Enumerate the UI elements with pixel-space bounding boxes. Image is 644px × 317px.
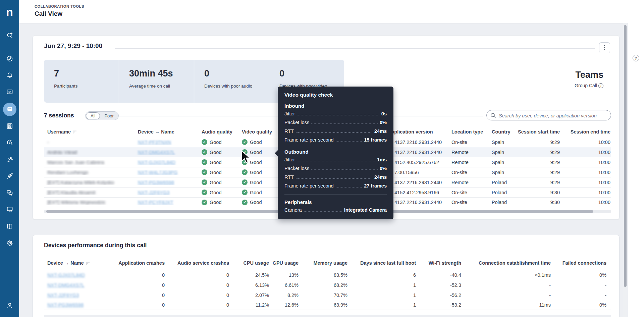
session-end: 10:00: [560, 190, 610, 195]
launch-rocket-icon[interactable]: [0, 172, 19, 180]
device-link[interactable]: NXT-PG3W6598: [47, 302, 84, 308]
device-link[interactable]: NXT-J2F6YG3: [47, 293, 79, 298]
breadcrumb: COLLABORATION TOOLS: [35, 4, 84, 8]
good-check-icon: ✓: [202, 190, 207, 195]
help-rail: ?: [628, 0, 644, 317]
nexthink-logo[interactable]: n: [0, 4, 19, 19]
conversations-icon[interactable]: [0, 189, 19, 197]
design-tools-icon[interactable]: [0, 206, 19, 213]
user-profile-icon[interactable]: [0, 302, 19, 309]
filter-all[interactable]: All: [86, 112, 100, 119]
country: Poland: [488, 190, 514, 195]
location-type: Remote: [448, 180, 488, 185]
device-link[interactable]: NXT-PF3TNXN: [138, 140, 171, 145]
automation-robot-arm-icon[interactable]: [0, 156, 19, 163]
horizontal-scrollbar[interactable]: [44, 315, 611, 317]
good-check-icon: ✓: [202, 179, 207, 185]
col-memory-usage[interactable]: Memory usage: [299, 260, 347, 266]
divider: [163, 246, 579, 246]
col-wifi-strength[interactable]: Wi-Fi strength: [416, 260, 461, 266]
vertical-scrollbar[interactable]: [623, 23, 627, 317]
col-country[interactable]: Country: [488, 129, 514, 135]
table-row[interactable]: NXT-PG3W6598 0 0 11.2% 12.6% 63.9% 1 -53…: [44, 300, 611, 310]
tooltip-title: Video quality check: [284, 92, 387, 98]
table-row[interactable]: NXT-J2F6YG3 0 0 2.07% 8.2% 70.7% 1 -56.2…: [44, 290, 611, 300]
good-check-icon: ✓: [242, 190, 248, 195]
location-type: Remote: [448, 160, 488, 165]
audio-quality-value: Good: [210, 170, 221, 175]
collaboration-experience-icon: [3, 103, 16, 116]
stat-participants: 7 Participants: [44, 60, 119, 103]
settings-gear-icon[interactable]: [0, 240, 19, 247]
col-cpu-usage[interactable]: CPU usage: [229, 260, 269, 266]
notifications-bell-icon[interactable]: [0, 72, 19, 79]
device-link[interactable]: NXT-W4L7JG3PG: [138, 170, 177, 175]
app-version: 4137.2216.2931.2440: [384, 150, 448, 155]
sidebar-item-collaboration-active[interactable]: [0, 103, 19, 116]
compass-icon[interactable]: [0, 55, 19, 62]
good-check-icon: ✓: [202, 149, 207, 155]
video-quality-value: Good: [250, 200, 262, 205]
device-link[interactable]: NXT-GJX07L84D: [138, 160, 175, 165]
ai-search-icon[interactable]: [0, 32, 19, 39]
info-icon[interactable]: i: [598, 83, 603, 88]
monitor-pulse-icon[interactable]: [0, 88, 19, 96]
good-check-icon: ✓: [242, 159, 248, 165]
platform-name: Teams: [575, 70, 603, 80]
col-days-since-boot[interactable]: Days since last full boot: [347, 260, 416, 266]
video-quality-value: Good: [250, 140, 262, 145]
col-failed-connections[interactable]: Failed connections: [551, 260, 606, 266]
table-row[interactable]: NXT-DMG4XS7L 0 0 6.13% 6.61% 68.2% 1 -52…: [44, 280, 611, 290]
search-input[interactable]: [498, 111, 608, 120]
country: Spain: [488, 170, 514, 175]
device-link[interactable]: NXT-PCYF8JXT: [138, 200, 173, 205]
sidebar: n: [0, 0, 19, 317]
device-link[interactable]: NXT-DMG4XS7L: [138, 150, 175, 155]
country: Poland: [488, 180, 514, 185]
library-book-icon[interactable]: [0, 223, 19, 230]
vertical-scrollbar-thumb[interactable]: [624, 25, 627, 287]
session-start: 9:29: [514, 180, 560, 185]
audio-quality-value: Good: [210, 160, 221, 165]
col-video-quality[interactable]: Video quality: [238, 129, 279, 135]
col-username[interactable]: Username: [44, 129, 135, 135]
col-gpu-usage[interactable]: GPU usage: [269, 260, 299, 266]
col-session-end[interactable]: Session end time: [560, 129, 610, 135]
tooltip-divider: [284, 194, 387, 195]
audio-quality-value: Good: [210, 180, 221, 185]
location-type: On-site: [448, 200, 488, 205]
username: [EXT] Wiktoria Wojewodzic: [47, 200, 106, 205]
audio-quality-value: Good: [210, 140, 221, 145]
stat-poor-audio: 0 Devices with poor audio: [194, 60, 269, 103]
username: Marcos San Juan Cabrera: [47, 160, 104, 165]
video-quality-tooltip: Video quality check Inbound Jitter0s Pac…: [278, 87, 393, 219]
col-connection-time[interactable]: Connection establishment time: [461, 260, 551, 266]
col-location-type[interactable]: Location type: [448, 129, 488, 135]
session-end: 10:00: [560, 160, 610, 165]
col-audio-quality[interactable]: Audio quality: [198, 129, 238, 135]
good-check-icon: ✓: [242, 200, 248, 205]
search-icon: [490, 113, 496, 118]
country: Spain: [488, 140, 514, 145]
username: Rendani Luvhengo: [47, 170, 88, 175]
filter-poor[interactable]: Poor: [100, 113, 118, 119]
device-link[interactable]: NXT-PG3W6598: [138, 180, 174, 185]
device-link[interactable]: NXT-J2F6YG3: [138, 190, 169, 195]
investigate-fingerprint-icon[interactable]: [0, 139, 19, 146]
col-device[interactable]: Device → Name: [135, 129, 198, 135]
col-device-name[interactable]: Device → Name: [44, 260, 118, 266]
help-icon[interactable]: ?: [633, 55, 639, 61]
app-version: 4152.405.2925.6762: [384, 160, 448, 165]
tooltip-section-inbound: Inbound: [284, 103, 387, 109]
col-audio-service-crashes[interactable]: Audio service crashes: [165, 260, 229, 266]
session-start: 9:29: [514, 150, 560, 155]
device-link[interactable]: NXT-DMG4XS7L: [47, 282, 84, 288]
table-row[interactable]: NXT-GJX07L84D 0 0 24.5% 13% 83.5% 6 -40.…: [44, 270, 611, 280]
col-application-crashes[interactable]: Application crashes: [118, 260, 165, 266]
col-session-start[interactable]: Session start time: [514, 129, 560, 135]
country: Spain: [488, 160, 514, 165]
applications-grid-icon[interactable]: [0, 122, 19, 130]
kebab-menu-button[interactable]: [599, 42, 610, 53]
device-link[interactable]: NXT-GJX07L84D: [47, 272, 85, 278]
col-application-version[interactable]: Application version: [384, 129, 448, 135]
